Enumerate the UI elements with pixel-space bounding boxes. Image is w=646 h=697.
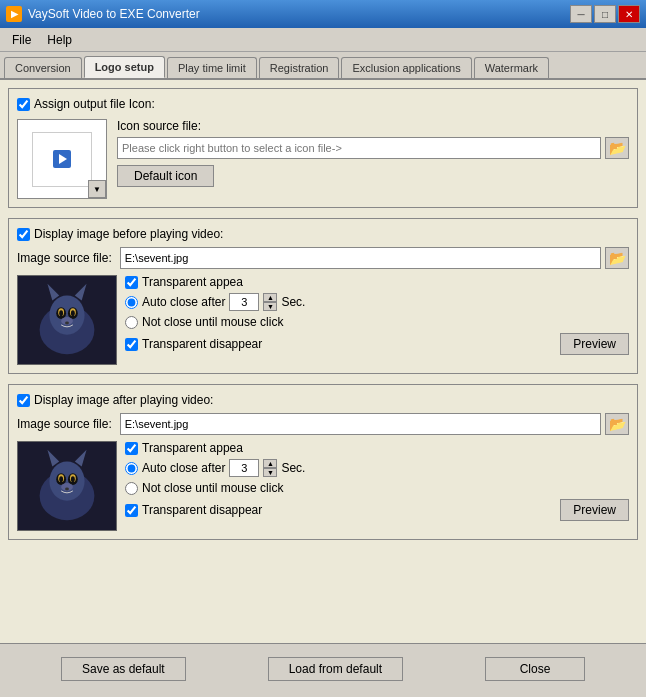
after-transparent-disappear-checkbox[interactable] bbox=[125, 504, 138, 517]
before-image-source-row: Image source file: 📂 bbox=[17, 247, 629, 269]
tab-conversion[interactable]: Conversion bbox=[4, 57, 82, 78]
svg-point-25 bbox=[65, 487, 69, 490]
after-auto-close-row: Auto close after ▲ ▼ Sec. bbox=[125, 459, 629, 477]
display-before-checkbox[interactable] bbox=[17, 228, 30, 241]
before-section-header: Display image before playing video: bbox=[17, 227, 629, 241]
after-image-source-label: Image source file: bbox=[17, 417, 112, 431]
icon-source-label: Icon source file: bbox=[117, 119, 629, 133]
icon-section: Assign output file Icon: ▼ Icon source f… bbox=[8, 88, 638, 208]
window-controls: ─ □ ✕ bbox=[570, 5, 640, 23]
before-folder-button[interactable]: 📂 bbox=[605, 247, 629, 269]
close-button[interactable]: Close bbox=[485, 657, 585, 681]
svg-point-10 bbox=[71, 310, 75, 316]
before-folder-icon: 📂 bbox=[609, 250, 626, 266]
before-image-source-input[interactable] bbox=[120, 247, 601, 269]
before-transparent-disappear-checkbox[interactable] bbox=[125, 338, 138, 351]
after-transparent-disappear-row: Transparent disappear bbox=[125, 503, 262, 517]
icon-source-input[interactable] bbox=[117, 137, 601, 159]
after-wolf-svg bbox=[18, 442, 116, 530]
after-image-source-row: Image source file: 📂 bbox=[17, 413, 629, 435]
display-after-label: Display image after playing video: bbox=[34, 393, 213, 407]
tab-watermark[interactable]: Watermark bbox=[474, 57, 549, 78]
after-transparent-appear-checkbox[interactable] bbox=[125, 442, 138, 455]
after-not-close-radio[interactable] bbox=[125, 482, 138, 495]
svg-point-12 bbox=[65, 321, 69, 324]
before-transparent-appear-row: Transparent appea bbox=[125, 275, 629, 289]
before-spin-down[interactable]: ▼ bbox=[263, 302, 277, 311]
before-image-source-label: Image source file: bbox=[17, 251, 112, 265]
icon-preview-inner bbox=[32, 132, 92, 187]
save-default-button[interactable]: Save as default bbox=[61, 657, 186, 681]
play-triangle-icon bbox=[59, 154, 67, 164]
before-not-close-row: Not close until mouse click bbox=[125, 315, 629, 329]
maximize-button[interactable]: □ bbox=[594, 5, 616, 23]
tab-logo-setup[interactable]: Logo setup bbox=[84, 56, 165, 78]
before-wolf-svg bbox=[18, 276, 116, 364]
after-transparent-appear-label: Transparent appea bbox=[142, 441, 243, 455]
after-folder-icon: 📂 bbox=[609, 416, 626, 432]
assign-icon-checkbox[interactable] bbox=[17, 98, 30, 111]
before-auto-close-radio[interactable] bbox=[125, 296, 138, 309]
before-preview-button[interactable]: Preview bbox=[560, 333, 629, 355]
before-spin-up[interactable]: ▲ bbox=[263, 293, 277, 302]
default-icon-button[interactable]: Default icon bbox=[117, 165, 214, 187]
after-spin-up[interactable]: ▲ bbox=[263, 459, 277, 468]
before-auto-close-row: Auto close after ▲ ▼ Sec. bbox=[125, 293, 629, 311]
before-transparent-appear-label: Transparent appea bbox=[142, 275, 243, 289]
assign-icon-label: Assign output file Icon: bbox=[34, 97, 155, 111]
before-transparent-appear-checkbox[interactable] bbox=[125, 276, 138, 289]
title-bar: ▶ VaySoft Video to EXE Converter ─ □ ✕ bbox=[0, 0, 646, 28]
before-section: Display image before playing video: Imag… bbox=[8, 218, 638, 374]
tab-exclusion[interactable]: Exclusion applications bbox=[341, 57, 471, 78]
before-wolf-image bbox=[17, 275, 117, 365]
after-preview-button[interactable]: Preview bbox=[560, 499, 629, 521]
before-transparent-disappear-row: Transparent disappear bbox=[125, 337, 262, 351]
after-transparent-disappear-label: Transparent disappear bbox=[142, 503, 262, 517]
window-title: VaySoft Video to EXE Converter bbox=[28, 7, 570, 21]
tab-play-time[interactable]: Play time limit bbox=[167, 57, 257, 78]
assign-icon-row: Assign output file Icon: bbox=[17, 97, 629, 111]
after-transparent-appear-row: Transparent appea bbox=[125, 441, 629, 455]
main-content: Assign output file Icon: ▼ Icon source f… bbox=[0, 80, 646, 643]
minimize-button[interactable]: ─ bbox=[570, 5, 592, 23]
tab-registration[interactable]: Registration bbox=[259, 57, 340, 78]
after-auto-close-input[interactable] bbox=[229, 459, 259, 477]
after-sec-label: Sec. bbox=[281, 461, 305, 475]
display-after-checkbox[interactable] bbox=[17, 394, 30, 407]
after-section-header: Display image after playing video: bbox=[17, 393, 629, 407]
before-not-close-radio[interactable] bbox=[125, 316, 138, 329]
after-auto-close-radio[interactable] bbox=[125, 462, 138, 475]
icon-input-row: 📂 bbox=[117, 137, 629, 159]
after-section: Display image after playing video: Image… bbox=[8, 384, 638, 540]
load-default-button[interactable]: Load from default bbox=[268, 657, 403, 681]
before-transparent-disappear-label: Transparent disappear bbox=[142, 337, 262, 351]
icon-preview-box: ▼ bbox=[17, 119, 107, 199]
after-spin-down[interactable]: ▼ bbox=[263, 468, 277, 477]
icon-content: ▼ Icon source file: 📂 Default icon bbox=[17, 119, 629, 199]
after-spin-buttons: ▲ ▼ bbox=[263, 459, 277, 477]
after-wolf-image bbox=[17, 441, 117, 531]
svg-point-15 bbox=[49, 462, 84, 501]
close-window-button[interactable]: ✕ bbox=[618, 5, 640, 23]
icon-folder-button[interactable]: 📂 bbox=[605, 137, 629, 159]
play-icon bbox=[53, 150, 71, 168]
menu-help[interactable]: Help bbox=[39, 31, 80, 49]
icon-right: Icon source file: 📂 Default icon bbox=[117, 119, 629, 187]
before-image-content: Transparent appea Auto close after ▲ ▼ S… bbox=[17, 275, 629, 365]
after-folder-button[interactable]: 📂 bbox=[605, 413, 629, 435]
folder-icon: 📂 bbox=[609, 140, 626, 156]
after-image-content: Transparent appea Auto close after ▲ ▼ S… bbox=[17, 441, 629, 531]
dropdown-arrow-icon[interactable]: ▼ bbox=[88, 180, 106, 198]
after-auto-close-label: Auto close after bbox=[142, 461, 225, 475]
svg-point-9 bbox=[59, 310, 63, 316]
app-icon: ▶ bbox=[6, 6, 22, 22]
after-image-source-input[interactable] bbox=[120, 413, 601, 435]
before-auto-close-input[interactable] bbox=[229, 293, 259, 311]
menu-file[interactable]: File bbox=[4, 31, 39, 49]
before-sec-label: Sec. bbox=[281, 295, 305, 309]
after-options: Transparent appea Auto close after ▲ ▼ S… bbox=[125, 441, 629, 531]
before-not-close-label: Not close until mouse click bbox=[142, 315, 283, 329]
display-before-label: Display image before playing video: bbox=[34, 227, 223, 241]
menu-bar: File Help bbox=[0, 28, 646, 52]
after-not-close-label: Not close until mouse click bbox=[142, 481, 283, 495]
